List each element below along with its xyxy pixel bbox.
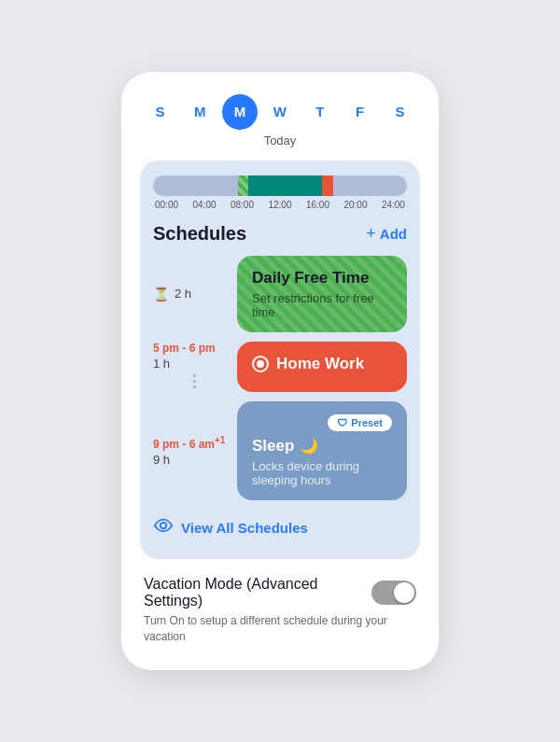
tl-label-4: 16:00 [306, 200, 329, 210]
sleep-time: 9 pm - 6 am+1 [153, 435, 228, 451]
view-all-label: View All Schedules [181, 520, 308, 536]
timeline: 00:00 04:00 08:00 12:00 16:00 20:00 24:0… [153, 175, 407, 210]
day-tuesday-active[interactable]: M [222, 94, 258, 130]
tl-label-2: 08:00 [231, 200, 254, 210]
preset-badge: 🛡 Preset [328, 414, 392, 431]
toggle-knob [394, 582, 414, 603]
dots-divider [161, 374, 228, 388]
tl-label-6: 24:00 [382, 200, 405, 210]
content-area: 00:00 04:00 08:00 12:00 16:00 20:00 24:0… [140, 161, 420, 559]
eye-icon [153, 515, 174, 540]
homework-title: Home Work [252, 355, 392, 373]
dot-2 [193, 380, 196, 383]
schedules-title: Schedules [153, 223, 246, 245]
timeline-labels: 00:00 04:00 08:00 12:00 16:00 20:00 24:0… [153, 200, 407, 210]
circle-icon [252, 356, 269, 372]
add-button[interactable]: + Add [366, 224, 407, 244]
sleep-duration: 9 h [153, 453, 228, 467]
day-friday[interactable]: F [343, 94, 378, 130]
view-all-schedules[interactable]: View All Schedules [153, 515, 407, 540]
free-time-subtitle: Set restrictions for free time [252, 291, 392, 319]
homework-duration: 1 h [153, 357, 228, 371]
homework-label: Home Work [276, 355, 364, 373]
day-saturday[interactable]: S [382, 94, 417, 130]
schedules-header: Schedules + Add [153, 223, 407, 245]
tl-label-0: 00:00 [155, 200, 178, 210]
schedule-left-free-time: ⏳ 2 h [153, 256, 228, 332]
schedule-row-homework: 5 pm - 6 pm 1 h Home Work [153, 342, 407, 392]
sleep-subtitle: Locks device during sleeping hours [252, 459, 392, 487]
day-sunday-1[interactable]: S [142, 94, 177, 130]
sleep-card[interactable]: 🛡 Preset Sleep 🌙 Locks device during sle… [237, 401, 407, 500]
schedule-left-homework: 5 pm - 6 pm 1 h [153, 342, 228, 392]
tl-label-1: 04:00 [192, 200, 216, 210]
moon-icon: 🌙 [300, 437, 318, 455]
vacation-header: Vacation Mode (Advanced Settings) [144, 576, 416, 609]
preset-label: Preset [351, 417, 383, 428]
dot-3 [193, 385, 196, 388]
phone-card: S M M W T F S Today 00:00 04:00 08:00 12… [121, 72, 439, 671]
free-time-title: Daily Free Time [252, 269, 392, 287]
add-label: Add [380, 226, 407, 242]
sleep-title: Sleep 🌙 [252, 437, 392, 455]
timeline-bar [153, 175, 407, 196]
free-time-hours: 2 h [175, 287, 191, 301]
homework-time: 5 pm - 6 pm [153, 342, 228, 355]
day-thursday[interactable]: T [302, 94, 338, 130]
day-monday[interactable]: M [182, 94, 217, 130]
tl-label-5: 20:00 [343, 200, 367, 210]
vacation-title: Vacation Mode (Advanced Settings) [144, 576, 371, 609]
day-wednesday[interactable]: W [262, 94, 298, 130]
add-plus-icon: + [366, 224, 376, 244]
vacation-description: Turn On to setup a different schedule du… [144, 613, 416, 645]
free-time-duration: ⏳ 2 h [153, 287, 228, 301]
timeline-segment-teal [248, 175, 322, 196]
tl-label-3: 12:00 [268, 200, 291, 210]
hourglass-icon: ⏳ [153, 287, 169, 301]
vacation-section: Vacation Mode (Advanced Settings) Turn O… [140, 576, 420, 645]
schedule-row-free-time: ⏳ 2 h Daily Free Time Set restrictions f… [153, 256, 407, 332]
homework-card[interactable]: Home Work [237, 342, 407, 392]
timeline-segment-orange [322, 175, 332, 196]
svg-point-0 [161, 522, 166, 527]
shield-icon: 🛡 [337, 417, 347, 428]
today-label: Today [140, 133, 420, 147]
schedule-left-sleep: 9 pm - 6 am+1 9 h [153, 401, 228, 500]
vacation-toggle[interactable] [371, 581, 416, 605]
daily-free-time-card[interactable]: Daily Free Time Set restrictions for fre… [237, 256, 407, 332]
vacation-title-main: Vacation Mode [144, 576, 243, 592]
schedule-row-sleep: 9 pm - 6 am+1 9 h 🛡 Preset Sleep 🌙 Locks… [153, 401, 407, 500]
sleep-label: Sleep [252, 437, 294, 455]
day-selector: S M M W T F S [140, 94, 420, 130]
dot-1 [193, 374, 196, 377]
